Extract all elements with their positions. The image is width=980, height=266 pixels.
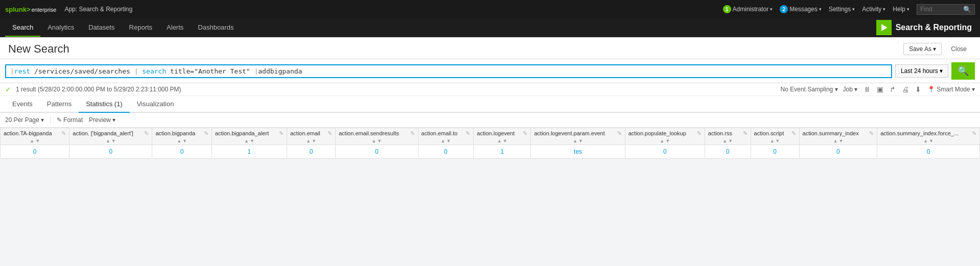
col-edit-icon-4[interactable]: ✎ <box>328 130 332 137</box>
col-sort-desc-12[interactable]: ▼ <box>838 138 843 143</box>
col-sort-desc-0[interactable]: ▼ <box>35 138 40 143</box>
col-sort-asc-5[interactable]: ▲ <box>371 138 376 143</box>
col-sort-asc-9[interactable]: ▲ <box>660 138 664 143</box>
format-icon: ✎ <box>57 116 62 124</box>
col-sort-desc-4[interactable]: ▼ <box>312 138 316 143</box>
col-edit-icon-5[interactable]: ✎ <box>410 130 415 137</box>
cell-0-13: 0 <box>877 145 980 159</box>
page-header: New Search Save As ▾ Close <box>0 37 980 59</box>
col-sort-asc-8[interactable]: ▲ <box>573 138 577 143</box>
col-edit-icon-1[interactable]: ✎ <box>144 130 149 137</box>
col-sort-desc-3[interactable]: ▼ <box>250 138 254 143</box>
cell-0-8: tes <box>531 145 625 159</box>
col-edit-icon-6[interactable]: ✎ <box>465 130 470 137</box>
settings-menu[interactable]: Settings ▾ <box>829 6 855 13</box>
save-as-button[interactable]: Save As ▾ <box>903 43 942 55</box>
per-page-button[interactable]: 20 Per Page ▾ <box>5 116 44 124</box>
nav-search[interactable]: Search <box>5 18 40 37</box>
time-range-button[interactable]: Last 24 hours ▾ <box>895 64 948 78</box>
col-edit-icon-11[interactable]: ✎ <box>791 130 796 137</box>
col-sort-desc-10[interactable]: ▼ <box>728 138 733 143</box>
find-input[interactable] <box>920 6 961 13</box>
nav-dashboards[interactable]: Dashboards <box>191 18 241 37</box>
nav-alerts[interactable]: Alerts <box>159 18 191 37</box>
col-sort-desc-11[interactable]: ▼ <box>776 138 780 143</box>
find-box[interactable]: 🔍 <box>917 4 975 15</box>
nav-analytics-label: Analytics <box>48 23 74 31</box>
logo-enterprise: enterprise <box>32 7 57 13</box>
results-table-wrap: action.TA-bigpanda ✎ ▲ ▼ action. ['bigpa… <box>0 128 980 159</box>
tab-events-label: Events <box>12 100 33 108</box>
col-sort-desc-5[interactable]: ▼ <box>377 138 382 143</box>
col-sort-asc-4[interactable]: ▲ <box>306 138 311 143</box>
col-sort-desc-1[interactable]: ▼ <box>111 138 116 143</box>
col-edit-icon-3[interactable]: ✎ <box>279 130 284 137</box>
search-input-wrap[interactable]: |rest /services/saved/searches | search … <box>5 64 892 78</box>
download-button[interactable]: ⬇ <box>915 85 921 93</box>
preview-label: Preview ▾ <box>89 116 115 124</box>
toolbar-row: 20 Per Page ▾ ✎ Format Preview ▾ <box>0 113 980 128</box>
col-name-10: action.rss <box>708 130 732 136</box>
col-sort-asc-0[interactable]: ▲ <box>30 138 34 143</box>
col-edit-icon-10[interactable]: ✎ <box>743 130 748 137</box>
col-sort-asc-1[interactable]: ▲ <box>106 138 110 143</box>
nav-alerts-label: Alerts <box>167 23 183 31</box>
tab-statistics[interactable]: Statistics (1) <box>79 96 130 113</box>
col-edit-icon-9[interactable]: ✎ <box>697 130 702 137</box>
format-button[interactable]: ✎ Format <box>57 116 83 124</box>
col-edit-icon-2[interactable]: ✎ <box>204 130 208 137</box>
preview-button[interactable]: Preview ▾ <box>89 116 115 124</box>
finalize-button[interactable]: ▣ <box>877 85 883 93</box>
activity-menu[interactable]: Activity ▾ <box>862 6 885 13</box>
col-sort-desc-13[interactable]: ▼ <box>929 138 934 143</box>
app-name[interactable]: App: Search & Reporting <box>64 6 132 13</box>
smart-mode-label: Smart Mode ▾ <box>937 86 975 93</box>
col-sort-asc-3[interactable]: ▲ <box>244 138 249 143</box>
col-edit-icon-0[interactable]: ✎ <box>61 130 66 137</box>
job-button[interactable]: Job ▾ <box>843 86 858 93</box>
tab-patterns[interactable]: Patterns <box>40 96 79 113</box>
tab-events[interactable]: Events <box>5 96 40 113</box>
messages-badge: 2 <box>780 5 788 13</box>
nav-datasets[interactable]: Datasets <box>81 18 122 37</box>
col-name-8: action.logevent.param.event <box>534 130 604 136</box>
help-menu[interactable]: Help ▾ <box>893 6 909 13</box>
col-edit-icon-8[interactable]: ✎ <box>617 130 622 137</box>
search-query[interactable]: |rest /services/saved/searches | search … <box>10 67 887 75</box>
col-header-7: action.logevent ✎ ▲ ▼ <box>474 128 531 145</box>
close-button[interactable]: Close <box>946 43 972 55</box>
print-button[interactable]: 🖨 <box>902 85 909 93</box>
nav-analytics[interactable]: Analytics <box>40 18 81 37</box>
nav-reports[interactable]: Reports <box>122 18 160 37</box>
col-sort-asc-12[interactable]: ▲ <box>833 138 837 143</box>
col-sort-asc-11[interactable]: ▲ <box>770 138 775 143</box>
col-sort-desc-7[interactable]: ▼ <box>503 138 507 143</box>
col-sort-desc-2[interactable]: ▼ <box>182 138 187 143</box>
pipe-1: | <box>10 67 14 75</box>
col-header-3: action.bigpanda_alert ✎ ▲ ▼ <box>212 128 287 145</box>
cell-0-5: 0 <box>335 145 418 159</box>
col-edit-icon-7[interactable]: ✎ <box>523 130 527 137</box>
col-sort-asc-13[interactable]: ▲ <box>923 138 928 143</box>
splunk-logo[interactable]: splunk>enterprise <box>5 6 56 13</box>
search-button[interactable]: 🔍 <box>951 62 975 80</box>
addbigpanda-text: addbigpanda <box>258 67 302 75</box>
results-table: action.TA-bigpanda ✎ ▲ ▼ action. ['bigpa… <box>0 128 980 159</box>
col-sort-asc-2[interactable]: ▲ <box>177 138 181 143</box>
col-sort-desc-8[interactable]: ▼ <box>578 138 583 143</box>
sampling-button[interactable]: No Event Sampling ▾ <box>781 86 838 93</box>
col-edit-icon-13[interactable]: ✎ <box>972 130 976 137</box>
messages-menu[interactable]: 2 Messages ▾ <box>780 5 822 13</box>
pause-button[interactable]: ⏸ <box>864 85 871 93</box>
col-sort-asc-6[interactable]: ▲ <box>441 138 446 143</box>
col-sort-desc-9[interactable]: ▼ <box>665 138 670 143</box>
admin-menu[interactable]: 1 Administrator ▾ <box>723 5 773 13</box>
col-sort-asc-7[interactable]: ▲ <box>497 138 502 143</box>
col-name-13: action.summary_index.force_... <box>880 130 959 136</box>
col-sort-desc-6[interactable]: ▼ <box>446 138 451 143</box>
col-sort-asc-10[interactable]: ▲ <box>722 138 727 143</box>
send-button[interactable]: ↱ <box>890 85 896 93</box>
col-edit-icon-12[interactable]: ✎ <box>869 130 874 137</box>
smart-mode-button[interactable]: 📍 Smart Mode ▾ <box>927 86 975 93</box>
tab-visualization[interactable]: Visualization <box>130 96 181 113</box>
